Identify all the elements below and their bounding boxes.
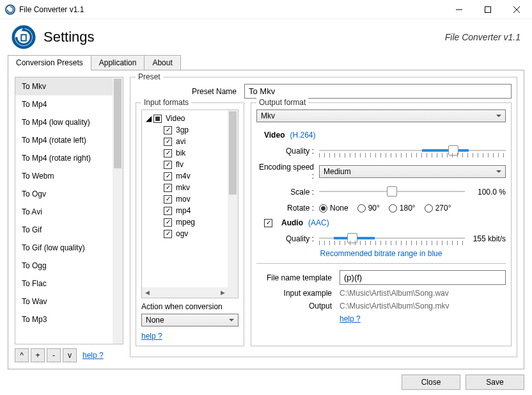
rotate-option-label: 180° [400,204,416,213]
output-example-value: C:\Music\Artist\Album\Song.mkv [340,302,449,310]
tree-item[interactable]: flv [146,159,224,170]
video-group-checkbox[interactable] [153,115,162,123]
input-formats-legend: Input formats [141,98,191,107]
preset-item[interactable]: To Avi [15,203,113,221]
tree-item[interactable]: mov [146,193,224,205]
format-checkbox[interactable] [164,149,172,157]
tree-item[interactable]: ogv [146,228,224,239]
input-formats-tree[interactable]: ◢ Video 3gpavibikflvm4vmkvmovmp4mpegogv … [141,109,239,298]
preset-item[interactable]: To Flac [15,275,113,293]
format-label: 3gp [176,125,189,134]
add-preset-button[interactable]: + [31,348,45,362]
tab-about[interactable]: About [144,55,180,70]
preset-name-label: Preset Name [136,87,244,96]
scale-value: 100.0 % [465,188,506,197]
preset-item[interactable]: To Ogg [15,257,113,275]
rotate-label: Rotate : [256,204,319,213]
remove-preset-button[interactable]: - [47,348,61,362]
preset-item[interactable]: To Ogv [15,185,113,203]
tree-item[interactable]: avi [146,136,224,147]
format-checkbox[interactable] [164,161,172,169]
tab-application[interactable]: Application [91,55,145,70]
move-down-button[interactable]: v [63,348,77,362]
app-logo-icon [12,25,36,49]
output-format-select[interactable]: Mkv [256,109,506,122]
scale-label: Scale : [256,188,319,197]
format-checkbox[interactable] [164,138,172,146]
format-label: mkv [176,183,190,192]
rotate-option[interactable]: None [319,204,348,213]
save-settings-button[interactable]: Save [465,375,524,390]
move-up-button[interactable]: ^ [15,348,29,362]
format-label: ogv [176,229,188,238]
preset-item[interactable]: To Wav [15,293,113,310]
format-checkbox[interactable] [164,126,172,134]
presets-column: To MkvTo Mp4To Mp4 (low quality)To Mp4 (… [15,77,123,362]
video-section-label: Video [264,131,285,140]
tab-conversion-presets[interactable]: Conversion Presets [8,55,91,70]
format-checkbox[interactable] [164,172,172,181]
preset-legend: Preset [136,72,163,81]
preset-item[interactable]: To Mp4 [15,95,113,113]
preset-name-input[interactable]: To Mkv [244,84,512,99]
close-button[interactable] [502,0,531,19]
radio-icon[interactable] [319,204,327,213]
encoding-speed-select[interactable]: Medium [319,165,506,178]
filename-template-input[interactable]: (p)(f) [340,270,506,285]
format-checkbox[interactable] [164,195,172,204]
tree-item[interactable]: mpeg [146,216,224,228]
rotate-option[interactable]: 180° [389,204,416,213]
format-checkbox[interactable] [164,230,172,238]
tree-item[interactable]: mkv [146,182,224,193]
audio-quality-value: 155 kbit/s [465,234,506,243]
video-quality-slider[interactable] [319,143,506,159]
audio-section-label: Audio [281,218,303,227]
presets-help-link[interactable]: help ? [82,351,104,360]
rotate-option-label: 270° [435,204,451,213]
format-checkbox[interactable] [164,184,172,192]
action-when-conversion-select[interactable]: None [141,314,239,326]
rotate-option[interactable]: 270° [425,204,451,213]
format-checkbox[interactable] [164,207,172,215]
preset-item[interactable]: To Mp4 (rotate left) [15,131,113,149]
titlebar: File Converter v1.1 [0,0,532,19]
input-example-value: C:\Music\Artist\Album\Song.wav [340,289,449,298]
audio-quality-slider[interactable] [319,231,465,246]
preset-item[interactable]: To Mkv [15,77,113,95]
preset-item[interactable]: To Webm [15,167,113,185]
preset-item[interactable]: To Mp4 (rotate right) [15,149,113,167]
radio-icon[interactable] [425,204,433,213]
scale-slider[interactable] [319,184,465,200]
radio-icon[interactable] [389,204,397,213]
preset-list-scrollbar[interactable] [113,77,123,344]
video-codec-label: (H.264) [290,131,315,140]
tree-item[interactable]: bik [146,147,224,159]
panel: To MkvTo Mp4To Mp4 (low quality)To Mp4 (… [8,70,524,369]
tree-item[interactable]: m4v [146,170,224,182]
preset-item[interactable]: To Gif [15,221,113,239]
tree-vertical-scrollbar[interactable] [228,110,238,298]
close-settings-button[interactable]: Close [402,375,460,390]
action-when-conversion-label: Action when conversion [141,302,239,311]
input-help-link[interactable]: help ? [141,332,239,341]
output-help-link[interactable]: help ? [340,314,361,323]
preset-item[interactable]: To Mp3 [15,310,113,328]
maximize-button[interactable] [473,0,502,19]
format-checkbox[interactable] [164,218,172,227]
preset-item[interactable]: To Mp4 (low quality) [15,113,113,131]
radio-icon[interactable] [357,204,366,213]
rotate-option[interactable]: 90° [357,204,380,213]
tree-item[interactable]: mp4 [146,205,224,216]
tree-horizontal-scrollbar[interactable]: ◀ ▶ [142,287,228,298]
format-label: mpeg [176,218,195,227]
minimize-button[interactable] [444,0,473,19]
preset-list[interactable]: To MkvTo Mp4To Mp4 (low quality)To Mp4 (… [15,77,123,344]
scroll-right-icon[interactable]: ▶ [217,287,228,298]
format-label: mp4 [176,206,191,215]
tree-item[interactable]: 3gp [146,124,224,136]
scroll-left-icon[interactable]: ◀ [142,287,152,298]
tree-group-video[interactable]: ◢ Video [146,113,224,124]
audio-enable-checkbox[interactable] [264,219,272,227]
preset-item[interactable]: To Gif (low quality) [15,239,113,257]
filename-template-label: File name template [256,273,340,282]
